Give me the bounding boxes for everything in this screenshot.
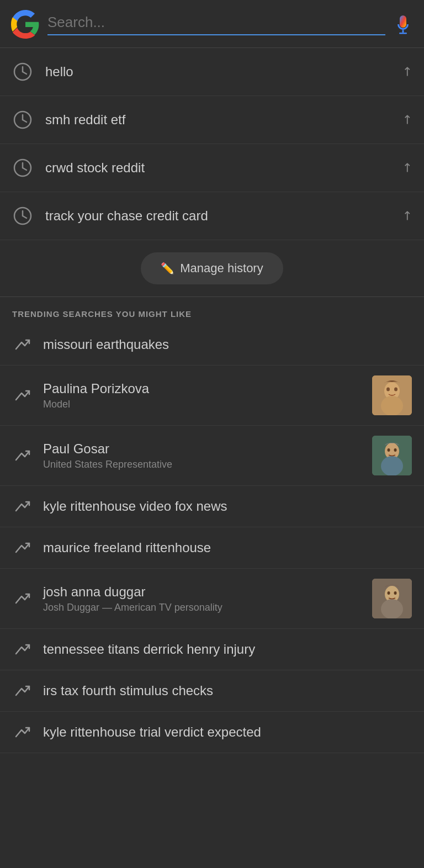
trend-content: kyle rittenhouse trial verdict expected xyxy=(43,724,412,740)
trend-subtitle: United States Representative xyxy=(43,459,362,470)
trend-title: kyle rittenhouse trial verdict expected xyxy=(43,724,412,740)
clock-icon xyxy=(12,109,33,130)
trend-title: tennessee titans derrick henry injury xyxy=(43,642,412,657)
trend-title: Paul Gosar xyxy=(43,441,362,457)
svg-point-28 xyxy=(394,591,397,595)
trending-item-maurice-freeland[interactable]: maurice freeland rittenhouse xyxy=(0,527,424,569)
trending-list: missouri earthquakes Paulina Porizkova M… xyxy=(0,324,424,753)
history-item-text: hello xyxy=(45,64,402,80)
microphone-icon[interactable] xyxy=(393,14,413,34)
clock-icon xyxy=(12,61,33,82)
trend-title: irs tax fourth stimulus checks xyxy=(43,683,412,698)
trend-subtitle: Josh Duggar — American TV personality xyxy=(43,602,362,613)
trend-title: josh anna duggar xyxy=(43,584,362,600)
history-item-crwd[interactable]: crwd stock reddit ↗ xyxy=(0,144,424,192)
trend-arrow-icon xyxy=(12,722,33,743)
history-item-text: smh reddit etf xyxy=(45,112,402,128)
trend-arrow-icon xyxy=(12,334,33,355)
trend-arrow-icon xyxy=(12,537,33,558)
svg-point-18 xyxy=(394,388,398,391)
svg-point-16 xyxy=(381,396,403,415)
trend-thumbnail xyxy=(372,436,412,475)
trend-content: Paulina Porizkova Model xyxy=(43,381,362,410)
pencil-icon: ✏️ xyxy=(161,262,174,275)
svg-point-21 xyxy=(381,456,403,475)
svg-point-27 xyxy=(388,591,390,595)
svg-point-22 xyxy=(388,448,390,452)
history-item-smh[interactable]: smh reddit etf ↗ xyxy=(0,96,424,144)
trend-content: tennessee titans derrick henry injury xyxy=(43,642,412,657)
trend-arrow-icon xyxy=(12,680,33,701)
header xyxy=(0,0,424,39)
history-item-text: crwd stock reddit xyxy=(45,160,402,176)
trend-title: Paulina Porizkova xyxy=(43,381,362,396)
trend-title: maurice freeland rittenhouse xyxy=(43,540,412,555)
svg-point-17 xyxy=(386,388,390,391)
svg-line-10 xyxy=(23,168,26,170)
trending-item-josh-duggar[interactable]: josh anna duggar Josh Duggar — American … xyxy=(0,569,424,629)
thumbnail-image-paul xyxy=(372,436,412,475)
manage-history-section: ✏️ Manage history xyxy=(0,240,424,297)
trend-arrow-icon xyxy=(12,385,33,406)
svg-rect-0 xyxy=(402,30,404,33)
trend-thumbnail xyxy=(372,579,412,618)
manage-history-label: Manage history xyxy=(180,261,263,276)
trend-content: missouri earthquakes xyxy=(43,337,412,352)
history-item-hello[interactable]: hello ↗ xyxy=(0,48,424,96)
history-list: hello ↗ smh reddit etf ↗ crwd stock redd… xyxy=(0,48,424,240)
trending-item-kyle-rittenhouse-fox[interactable]: kyle rittenhouse video fox news xyxy=(0,486,424,527)
svg-point-26 xyxy=(381,599,403,618)
history-item-chase[interactable]: track your chase credit card ↗ xyxy=(0,192,424,240)
clock-icon xyxy=(12,205,33,226)
trend-content: josh anna duggar Josh Duggar — American … xyxy=(43,584,362,613)
trend-arrow-icon xyxy=(12,445,33,466)
history-item-text: track your chase credit card xyxy=(45,208,402,224)
trend-title: kyle rittenhouse video fox news xyxy=(43,499,412,514)
svg-line-13 xyxy=(23,216,26,218)
svg-rect-1 xyxy=(399,33,407,34)
trending-item-derrick-henry[interactable]: tennessee titans derrick henry injury xyxy=(0,629,424,670)
trend-title: missouri earthquakes xyxy=(43,337,412,352)
svg-point-23 xyxy=(394,448,397,452)
trend-arrow-icon xyxy=(12,588,33,609)
trend-content: irs tax fourth stimulus checks xyxy=(43,683,412,698)
trend-content: Paul Gosar United States Representative xyxy=(43,441,362,470)
trend-arrow-icon xyxy=(12,639,33,660)
trend-arrow-icon xyxy=(12,496,33,517)
svg-line-4 xyxy=(23,72,26,74)
search-input[interactable] xyxy=(47,14,385,31)
manage-history-button[interactable]: ✏️ Manage history xyxy=(141,252,283,284)
search-bar xyxy=(47,14,385,35)
thumbnail-image-josh xyxy=(372,579,412,618)
google-logo xyxy=(11,10,40,39)
trend-thumbnail xyxy=(372,375,412,415)
trend-content: maurice freeland rittenhouse xyxy=(43,540,412,555)
clock-icon xyxy=(12,157,33,178)
trending-item-missouri[interactable]: missouri earthquakes xyxy=(0,324,424,366)
trending-section-label: TRENDING SEARCHES YOU MIGHT LIKE xyxy=(0,297,424,324)
trending-item-paul-gosar[interactable]: Paul Gosar United States Representative xyxy=(0,426,424,486)
trending-item-kyle-rittenhouse-trial[interactable]: kyle rittenhouse trial verdict expected xyxy=(0,712,424,753)
thumbnail-image-paulina xyxy=(372,375,412,415)
svg-line-7 xyxy=(23,120,26,122)
trend-subtitle: Model xyxy=(43,399,362,410)
trending-item-stimulus[interactable]: irs tax fourth stimulus checks xyxy=(0,670,424,712)
trending-item-paulina[interactable]: Paulina Porizkova Model xyxy=(0,366,424,426)
trend-content: kyle rittenhouse video fox news xyxy=(43,499,412,514)
